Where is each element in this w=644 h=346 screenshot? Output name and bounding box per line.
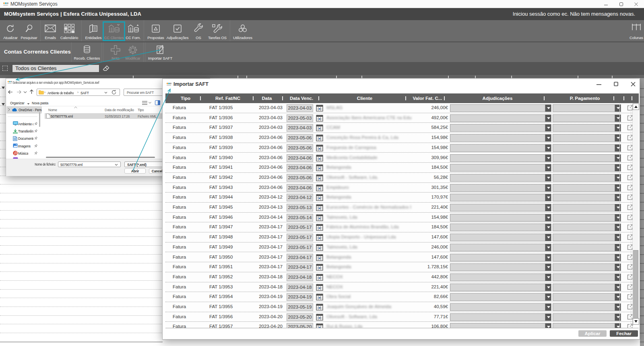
cell-data-venc-input[interactable]: 2023-05-19 xyxy=(287,303,313,311)
pagamento-dropdown[interactable] xyxy=(553,194,621,201)
preview-pane-icon[interactable] xyxy=(155,100,160,105)
dropdown-arrow-icon[interactable] xyxy=(545,174,551,181)
cell-data-venc-input[interactable]: 2023-05-17 xyxy=(287,234,313,241)
adjudicacoes-dropdown[interactable] xyxy=(450,284,551,291)
pagamento-dropdown[interactable] xyxy=(553,124,621,132)
import-row-13937[interactable]: FaturaFAT 1/39372023-04-032023-04-03CCAM… xyxy=(165,123,639,133)
pagamento-dropdown[interactable] xyxy=(553,134,621,142)
import-row-13953[interactable]: FaturaFAT 1/39532023-04-182023-04-18NECO… xyxy=(165,282,639,292)
adjudicacoes-dropdown[interactable] xyxy=(450,303,551,311)
apply-button[interactable]: Aplicar xyxy=(578,330,607,337)
calendar-icon[interactable] xyxy=(316,224,323,231)
toolbar-button-receb-clientes[interactable]: Receb. Clientes xyxy=(72,42,102,62)
cell-data-venc-input[interactable]: 2023-04-03 xyxy=(287,104,313,112)
view-list-icon[interactable] xyxy=(142,101,147,105)
pagamento-dropdown[interactable] xyxy=(553,263,621,271)
dropdown-arrow-icon[interactable] xyxy=(545,224,551,231)
cell-data-venc-input[interactable]: 2023-05-13 xyxy=(287,204,313,211)
toolbar-button-entidades[interactable]: Entidades xyxy=(83,20,104,41)
calendar-icon[interactable] xyxy=(316,134,323,141)
sidebar-item-documentos[interactable]: Documentos xyxy=(6,135,41,142)
toolbar-button-os[interactable]: OS xyxy=(192,20,205,41)
window-minimize-button[interactable] xyxy=(600,0,612,8)
toolbar-button-nota[interactable]: Nota xyxy=(107,42,124,62)
adjudicacoes-dropdown[interactable] xyxy=(450,174,551,182)
cell-data-venc-input[interactable]: 2023-04-18 xyxy=(287,273,313,281)
column-header-tipo[interactable]: Tipo xyxy=(138,108,144,112)
cell-data-venc-input[interactable]: 2023-05-03 xyxy=(287,114,313,122)
address-dropdown-icon[interactable] xyxy=(104,92,107,94)
adjudicacoes-dropdown[interactable] xyxy=(450,234,551,241)
import-row-13936[interactable]: FaturaFAT 1/39362023-04-032023-05-03Asso… xyxy=(165,113,639,123)
dropdown-arrow-icon[interactable] xyxy=(545,244,551,251)
up-icon[interactable] xyxy=(29,89,34,94)
calendar-icon[interactable] xyxy=(316,254,323,261)
toolbar-button-calendario[interactable]: Calendário xyxy=(58,20,80,41)
cell-data-venc-input[interactable]: 2023-04-03 xyxy=(287,124,313,132)
import-column-header-5[interactable]: Valor Fat. C... xyxy=(413,93,442,103)
toolbar-button-adjudicacoes[interactable]: Adjudicações xyxy=(165,20,190,41)
adjudicacoes-dropdown[interactable] xyxy=(450,124,551,132)
import-row-13943[interactable]: FaturaFAT 1/39432023-04-062023-04-06Empi… xyxy=(165,183,639,193)
pagamento-dropdown[interactable] xyxy=(553,164,621,172)
pagamento-dropdown[interactable] xyxy=(553,154,621,162)
dropdown-arrow-icon[interactable] xyxy=(545,194,551,201)
pagamento-dropdown[interactable] xyxy=(553,144,621,152)
calendar-icon[interactable] xyxy=(316,144,323,151)
dropdown-arrow-icon[interactable] xyxy=(545,254,551,261)
calendar-icon[interactable] xyxy=(316,293,323,300)
import-row-13956[interactable]: FaturaFAT 1/39562023-04-202023-05-20Oliv… xyxy=(165,312,639,322)
cell-data-venc-input[interactable]: 2023-05-20 xyxy=(287,313,313,321)
calendar-icon[interactable] xyxy=(316,174,323,181)
toolbar-button-modificar[interactable]: Modificar xyxy=(123,42,143,62)
main-grid-right-scroll-strip[interactable] xyxy=(640,78,644,346)
import-row-13948[interactable]: FaturaFAT 1/39482023-04-172023-05-17Utop… xyxy=(165,232,639,242)
dropdown-arrow-icon[interactable] xyxy=(545,135,551,141)
dropdown-arrow-icon[interactable] xyxy=(545,145,551,151)
adjudicacoes-dropdown[interactable] xyxy=(450,273,551,281)
scrollbar-thumb[interactable] xyxy=(633,250,638,319)
cell-data-venc-input[interactable]: 2023-04-17 xyxy=(287,263,313,271)
cell-data-venc-input[interactable]: 2023-05-06 xyxy=(287,134,313,142)
adjudicacoes-dropdown[interactable] xyxy=(450,204,551,211)
open-button[interactable]: Abrir xyxy=(124,168,146,174)
adjudicacoes-dropdown[interactable] xyxy=(450,263,551,271)
close-button[interactable]: Fechar xyxy=(610,330,638,337)
cell-data-venc-input[interactable]: 2023-05-17 xyxy=(287,244,313,251)
import-column-header-7[interactable]: P. Pagamento xyxy=(570,93,600,103)
toolbar-button-emails[interactable]: Emails xyxy=(41,20,59,41)
window-maximize-button[interactable] xyxy=(614,82,618,88)
calendar-icon[interactable] xyxy=(316,204,323,211)
refresh-icon[interactable] xyxy=(111,90,116,95)
adjudicacoes-dropdown[interactable] xyxy=(450,224,551,231)
adjudicacoes-dropdown[interactable] xyxy=(450,184,551,192)
import-row-13955[interactable]: FaturaFAT 1/39552023-04-192023-05-19Joaq… xyxy=(165,302,639,312)
adjudicacoes-dropdown[interactable] xyxy=(450,134,551,142)
selection-marquee-icon[interactable] xyxy=(2,66,8,71)
dropdown-arrow-icon[interactable] xyxy=(545,184,551,191)
pagamento-dropdown[interactable] xyxy=(553,234,621,241)
calendar-icon[interactable] xyxy=(316,214,323,221)
adjudicacoes-dropdown[interactable] xyxy=(450,154,551,162)
import-column-header-0[interactable]: Tipo xyxy=(181,93,190,103)
cell-data-venc-input[interactable]: 2023-05-20 xyxy=(287,323,313,328)
import-row-13944[interactable]: FaturaFAT 1/39442023-04-122023-04-12Bela… xyxy=(165,193,639,203)
pagamento-dropdown[interactable] xyxy=(553,254,621,261)
window-maximize-button[interactable] xyxy=(615,0,627,8)
pagamento-dropdown[interactable] xyxy=(553,303,621,311)
cell-data-venc-input[interactable]: 2023-04-19 xyxy=(287,293,313,301)
sidebar-item-imagens[interactable]: Imagens xyxy=(6,143,41,149)
back-icon[interactable] xyxy=(8,90,13,94)
dropdown-arrow-icon[interactable] xyxy=(545,304,551,311)
pagamento-dropdown[interactable] xyxy=(553,184,621,192)
dropdown-arrow-icon[interactable] xyxy=(545,105,551,112)
sidebar-item-transfer-ncia[interactable]: Transferência xyxy=(6,128,41,135)
calendar-icon[interactable] xyxy=(316,284,323,291)
pagamento-dropdown[interactable] xyxy=(553,323,621,328)
file-list-hscrollbar[interactable] xyxy=(46,157,155,158)
dropdown-arrow-icon[interactable] xyxy=(545,234,551,241)
client-filter-input[interactable]: Todos os Clientes xyxy=(12,64,99,73)
dropdown-arrow-icon[interactable] xyxy=(545,214,551,221)
dropdown-arrow-icon[interactable] xyxy=(545,264,551,271)
column-header-modificacao[interactable]: Data de modificação xyxy=(105,108,134,112)
